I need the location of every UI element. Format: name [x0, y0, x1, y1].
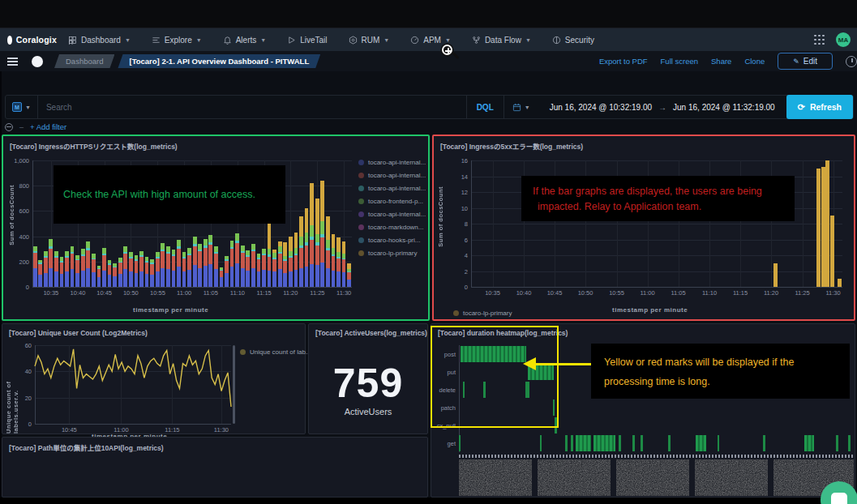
- time-range[interactable]: Jun 16, 2024 @ 10:32:19.00 → Jun 16, 202…: [538, 103, 786, 112]
- user-avatar[interactable]: MA: [836, 32, 851, 47]
- heatmap-cell[interactable]: [619, 435, 620, 451]
- legend-item[interactable]: tocaro-hooks-pri...: [358, 237, 426, 244]
- stacked-bar[interactable]: [177, 240, 181, 287]
- stacked-bar[interactable]: [241, 246, 245, 287]
- nav-item-alerts[interactable]: Alerts▼: [223, 36, 267, 45]
- chart-drag-handle[interactable]: [233, 345, 235, 424]
- error-bar[interactable]: [825, 160, 829, 287]
- stacked-bar[interactable]: [299, 216, 303, 287]
- add-filter-button[interactable]: + Add filter: [30, 122, 66, 131]
- heatmap-cell[interactable]: [836, 435, 838, 451]
- stacked-bar[interactable]: [193, 237, 197, 287]
- stacked-bar[interactable]: [235, 233, 239, 287]
- heatmap-cell[interactable]: [576, 435, 591, 451]
- heatmap-cell[interactable]: [696, 435, 706, 451]
- nav-item-security[interactable]: Security: [552, 36, 594, 45]
- stacked-bar[interactable]: [172, 250, 176, 287]
- stacked-bar[interactable]: [161, 243, 165, 287]
- stacked-bar[interactable]: [315, 199, 319, 287]
- stacked-bar[interactable]: [71, 246, 75, 287]
- heatmap-cell[interactable]: [668, 435, 670, 451]
- legend-item[interactable]: tocaro-api-internal...: [358, 159, 426, 166]
- apps-grid-icon[interactable]: [814, 35, 825, 45]
- error-bar[interactable]: [816, 169, 821, 287]
- legend-item[interactable]: tocaro-lp-primary: [358, 250, 426, 257]
- heatmap-cell[interactable]: [641, 435, 643, 451]
- stacked-bar[interactable]: [187, 248, 191, 287]
- refresh-button[interactable]: ⟳ Refresh: [786, 95, 853, 119]
- calendar-selector[interactable]: ▼: [503, 96, 538, 118]
- stacked-bar[interactable]: [336, 237, 341, 287]
- stacked-bar[interactable]: [198, 244, 202, 287]
- stacked-bar[interactable]: [347, 263, 351, 287]
- heatmap-cell[interactable]: [593, 435, 615, 451]
- stacked-bar[interactable]: [278, 241, 282, 287]
- heatmap-cell[interactable]: [763, 435, 765, 451]
- heatmap-cell[interactable]: [632, 435, 634, 451]
- panel-top10-api[interactable]: [Tocaro] Path単位の集計上位10API(log_metrics): [2, 437, 428, 498]
- stacked-bar[interactable]: [75, 255, 79, 287]
- stacked-bar[interactable]: [44, 251, 48, 287]
- error-bar[interactable]: [830, 216, 834, 287]
- full-screen-button[interactable]: Full screen: [661, 57, 698, 66]
- stacked-bar[interactable]: [246, 250, 250, 287]
- panel-unique-user-count[interactable]: [Tocaro] Unique User Count (Log2Metrics)…: [2, 323, 306, 434]
- stacked-bar[interactable]: [102, 248, 106, 287]
- stacked-bar[interactable]: [182, 252, 186, 287]
- stacked-bar[interactable]: [251, 244, 255, 287]
- stacked-bar[interactable]: [283, 242, 287, 287]
- stacked-bar[interactable]: [54, 251, 58, 287]
- stacked-bar[interactable]: [60, 257, 64, 287]
- error-bar[interactable]: [773, 263, 778, 287]
- stacked-bar[interactable]: [65, 251, 69, 287]
- clone-button[interactable]: Clone: [744, 57, 765, 66]
- panel-5xx-errors[interactable]: [Tocaro] Ingressの5xxエラー数(log_metrics) Su…: [432, 135, 855, 321]
- coralogix-brand[interactable]: Coralogix: [0, 35, 57, 45]
- legend-item[interactable]: Unique count of lab...: [240, 348, 311, 356]
- stacked-bar[interactable]: [139, 251, 144, 287]
- legend-item[interactable]: tocaro-api-internal...: [358, 172, 426, 179]
- heatmap-cell[interactable]: [540, 435, 542, 451]
- stacked-bar[interactable]: [129, 252, 133, 287]
- nav-item-rum[interactable]: RUM▼: [349, 36, 390, 45]
- share-button[interactable]: Share: [711, 57, 731, 66]
- error-bar[interactable]: [838, 279, 842, 287]
- stacked-bar[interactable]: [145, 257, 149, 287]
- nav-item-explore[interactable]: Explore▼: [152, 36, 202, 45]
- query-type-selector[interactable]: M ▼: [6, 96, 38, 118]
- panel-active-users[interactable]: [Tocaro] ActiveUsers(log_metrics) 759 Ac…: [308, 323, 428, 434]
- stacked-bar[interactable]: [118, 258, 122, 287]
- stacked-bar[interactable]: [81, 249, 85, 287]
- stacked-bar[interactable]: [204, 239, 208, 287]
- nav-item-dashboard[interactable]: Dashboard▼: [68, 36, 131, 45]
- heatmap-cell[interactable]: [525, 382, 529, 398]
- legend-item[interactable]: tocaro-lp-primary: [453, 310, 512, 317]
- stacked-bar[interactable]: [214, 246, 218, 287]
- search-input[interactable]: Search: [38, 103, 466, 112]
- stacked-bar[interactable]: [97, 266, 101, 287]
- stacked-bar[interactable]: [230, 241, 234, 287]
- breadcrumb-dashboard[interactable]: Dashboard: [54, 54, 114, 68]
- legend-item[interactable]: tocaro-markdown...: [358, 224, 426, 231]
- stacked-bar[interactable]: [320, 181, 324, 287]
- breadcrumb-current-dashboard[interactable]: [Tocaro] 2-1. API Overview Dashboard - P…: [118, 54, 320, 68]
- stacked-bar[interactable]: [332, 234, 336, 287]
- stacked-bar[interactable]: [92, 254, 96, 287]
- stacked-bar[interactable]: [86, 241, 90, 287]
- panel-https-requests[interactable]: [Tocaro] IngressのHTTPSリクエスト数(log_metrics…: [2, 135, 430, 321]
- heatmap-cell[interactable]: [459, 435, 461, 451]
- history-clock-icon[interactable]: [846, 56, 857, 67]
- stacked-bar[interactable]: [208, 235, 212, 287]
- edit-button[interactable]: ✎ Edit: [778, 53, 833, 70]
- stacked-bar[interactable]: [294, 233, 298, 287]
- nav-item-data-flow[interactable]: Data Flow▼: [472, 36, 531, 45]
- stacked-bar[interactable]: [108, 260, 112, 287]
- stacked-bar[interactable]: [310, 183, 314, 287]
- unique-user-chart[interactable]: 020406010:4511:0011:1511:30: [35, 345, 231, 424]
- stacked-bar[interactable]: [257, 254, 261, 287]
- stacked-bar[interactable]: [262, 249, 266, 287]
- stacked-bar[interactable]: [33, 246, 37, 287]
- stacked-bar[interactable]: [38, 260, 42, 288]
- export-to-pdf-button[interactable]: Export to PDF: [599, 57, 648, 66]
- stacked-bar[interactable]: [220, 267, 224, 287]
